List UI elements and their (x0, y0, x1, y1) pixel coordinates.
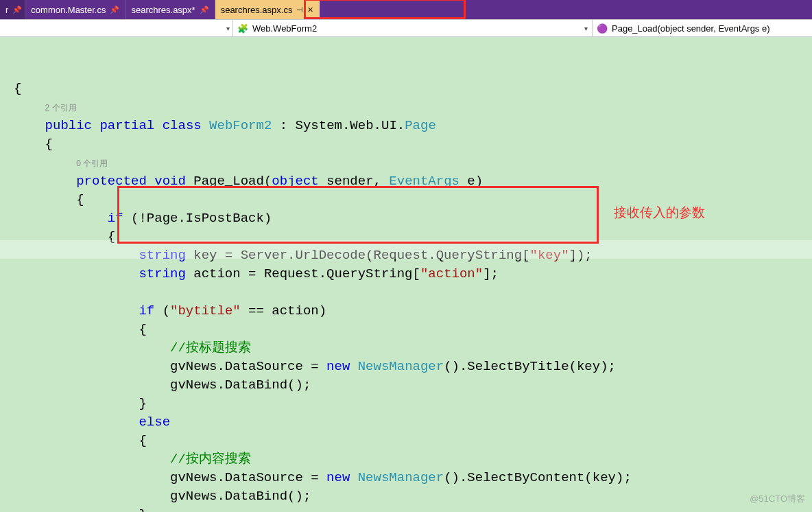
context-bar: ▾ 🧩 Web.WebForm2 ▾ 🟣 Page_Load(object se… (0, 19, 812, 37)
chevron-down-icon: ▾ (584, 25, 588, 32)
code-token: gvNews.DataBind(); (170, 489, 311, 504)
code-token: object (272, 174, 318, 189)
tab-common-master[interactable]: common.Master.cs 📌 (25, 0, 126, 19)
tab-bar: r 📌 common.Master.cs 📌 searchres.aspx* 📌… (0, 0, 812, 19)
code-token: e (459, 174, 475, 189)
tab-label: searchres.aspx* (131, 5, 195, 15)
pin-icon[interactable]: 📌 (110, 5, 119, 14)
annotation-box-tab (304, 0, 466, 19)
pin-icon[interactable]: ⊣ (296, 5, 303, 14)
tab-label: common.Master.cs (31, 5, 106, 15)
code-token: new (326, 359, 350, 374)
code-token: ( (264, 174, 272, 189)
code-token: if (139, 303, 154, 318)
code-token: void (154, 174, 186, 189)
pin-icon[interactable]: 📌 (12, 5, 22, 14)
annotation-label: 接收传入的参数 (614, 203, 705, 222)
pin-icon[interactable]: 📌 (200, 5, 209, 14)
code-token: EventArgs (389, 174, 459, 189)
code-comment: //按内容搜索 (170, 452, 251, 467)
code-token: Page (405, 118, 436, 133)
code-editor[interactable]: { 2 个引用 public partial class WebForm2 : … (0, 37, 812, 512)
code-token: { (76, 192, 84, 207)
code-token: ().SelectByTitle(key); (444, 359, 616, 374)
code-token: string (139, 248, 185, 263)
code-token: "key" (530, 248, 569, 263)
codelens-class[interactable]: 2 个引用 (45, 103, 77, 113)
code-token: "bytitle" (170, 303, 241, 318)
code-token: UI (381, 118, 397, 133)
code-token: sender, (319, 174, 390, 189)
class-dropdown-label: Web.WebForm2 (252, 23, 317, 34)
code-token: { (45, 137, 53, 152)
code-token: gvNews.DataSource = (170, 470, 326, 485)
code-token: gvNews.DataBind(); (170, 377, 311, 393)
code-token: { (139, 322, 146, 337)
tab-label: r (5, 5, 8, 15)
code-token: "action" (420, 266, 483, 281)
tab-partial-left[interactable]: r 📌 (0, 0, 25, 19)
code-token: public (45, 118, 92, 133)
code-comment: //按标题搜索 (170, 340, 251, 356)
class-icon: 🧩 (237, 23, 248, 34)
code-token: partial (99, 118, 154, 133)
code-token: Web (350, 118, 373, 133)
code-token: { (139, 433, 146, 448)
code-token: NewsManager (358, 470, 444, 485)
code-token: System (296, 118, 342, 133)
chevron-down-icon: ▾ (226, 25, 230, 32)
code-token: : (272, 118, 295, 133)
tab-label: searchres.aspx.cs (221, 5, 293, 15)
project-dropdown[interactable]: ▾ (0, 20, 233, 36)
code-token: ) (475, 174, 483, 189)
method-dropdown-label: Page_Load(object sender, EventArgs e) (612, 23, 770, 34)
code-token: if (108, 211, 123, 226)
code-token: (!Page.IsPostBack) (123, 211, 272, 226)
code-token: NewsManager (358, 359, 444, 374)
code-token: { (108, 229, 115, 244)
codelens-method[interactable]: 0 个引用 (76, 159, 108, 168)
code-token: . (397, 118, 405, 133)
watermark: @51CTO博客 (750, 489, 805, 508)
code-token: ]; (483, 266, 499, 281)
code-token: Page_Load (193, 174, 264, 189)
code-token: . (374, 118, 381, 133)
code-token: == action) (241, 303, 326, 318)
code-token: gvNews.DataSource = (170, 359, 326, 374)
tab-searchres-aspx[interactable]: searchres.aspx* 📌 (126, 0, 215, 19)
code-token: ]); (569, 248, 593, 263)
code-token: class (163, 118, 202, 133)
code-token: else (139, 415, 170, 430)
code-token: } (139, 396, 146, 411)
code-token: ().SelectByContent(key); (444, 470, 632, 485)
code-token: WebForm2 (209, 118, 272, 133)
code-token: new (326, 470, 350, 485)
code-token: key = Server.UrlDecode(Request.QueryStri… (186, 248, 530, 263)
code-token: string (139, 266, 185, 281)
method-icon: 🟣 (597, 23, 608, 34)
close-icon[interactable]: ✕ (307, 5, 313, 14)
code-token: } (139, 507, 146, 512)
code-token: . (342, 118, 350, 133)
code-token: ( (154, 303, 170, 318)
method-dropdown[interactable]: 🟣 Page_Load(object sender, EventArgs e) (593, 20, 812, 36)
code-token: { (14, 81, 21, 96)
code-token: action = Request.QueryString[ (186, 266, 420, 281)
tab-searchres-aspx-cs[interactable]: searchres.aspx.cs ⊣ ✕ (215, 0, 320, 19)
code-token: protected (76, 174, 147, 189)
class-dropdown[interactable]: 🧩 Web.WebForm2 ▾ (233, 20, 593, 36)
